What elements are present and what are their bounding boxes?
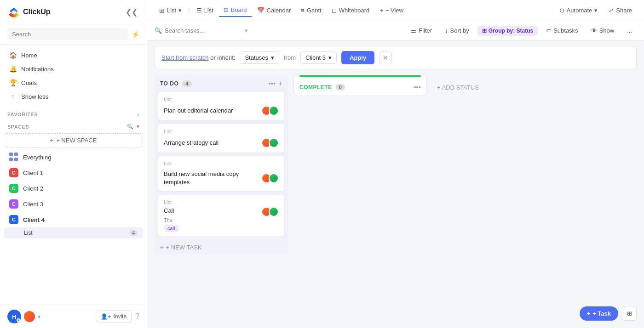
new-task-button[interactable]: + + NEW TASK — [155, 240, 288, 254]
space-item-everything[interactable]: Everything — [4, 149, 143, 165]
apply-button[interactable]: Apply — [341, 51, 374, 64]
collapse-sidebar-button[interactable]: ❮❮ — [124, 6, 139, 18]
column-complete-title: COMPLETE 0 — [299, 84, 345, 90]
todo-more-button[interactable]: ••• — [268, 79, 276, 87]
statuses-select[interactable]: Statuses ▾ — [240, 51, 279, 64]
subtasks-icon: ⊂ — [546, 27, 551, 34]
space-item-client1[interactable]: C Client 1 — [4, 165, 143, 181]
space-item-client3[interactable]: C Client 3 — [4, 196, 143, 212]
nav-view[interactable]: + + View — [375, 4, 408, 17]
list-badge: 4 — [129, 230, 138, 236]
more-options-button[interactable]: ... — [622, 25, 637, 36]
group-by-button[interactable]: ⊞ Group by: Status — [477, 26, 538, 36]
column-todo: TO DO 4 ••• + List Plan out editorial ca… — [155, 75, 288, 254]
task-card-strategy-call[interactable]: List Arrange strategy call — [158, 124, 284, 153]
task-date-4: Thu — [164, 217, 179, 223]
space-label-client4: Client 4 — [23, 216, 45, 223]
nav-separator: | — [187, 7, 190, 14]
chevron-down-icon[interactable]: ▾ — [137, 124, 140, 130]
task-title-3: Build new social media copy templates — [164, 170, 261, 187]
sidebar-item-goals[interactable]: 🏆 Goals — [4, 76, 143, 90]
nav-whiteboard-label: Whiteboard — [339, 7, 369, 14]
subtasks-label: Subtasks — [553, 27, 578, 34]
close-inherit-bar-button[interactable]: ✕ — [379, 51, 392, 64]
user-section: H ▾ — [7, 310, 41, 323]
task-card-plan-editorial[interactable]: List Plan out editorial calendar — [158, 92, 284, 120]
filter-label: Filter — [419, 27, 432, 34]
sidebar-item-label-home: Home — [21, 52, 37, 59]
home-icon: 🏠 — [9, 51, 17, 59]
show-button[interactable]: 👁 Show — [586, 25, 619, 36]
sidebar-footer: H ▾ 👤+ Invite ? — [0, 305, 147, 328]
space-label-everything: Everything — [23, 154, 51, 161]
add-task-label: + Task — [592, 310, 611, 317]
grid-view-button[interactable]: ⊞ — [622, 306, 637, 321]
statuses-chevron: ▾ — [271, 54, 274, 61]
share-label: Share — [616, 7, 632, 14]
sort-button[interactable]: ↕ Sort by — [440, 25, 474, 36]
trophy-icon: 🏆 — [9, 79, 17, 86]
help-button[interactable]: ? — [135, 312, 139, 321]
search-icon: 🔍 — [155, 27, 162, 34]
search-chevron-icon[interactable]: ▾ — [245, 27, 248, 34]
sidebar-item-label-goals: Goals — [21, 79, 37, 86]
start-from-scratch-link[interactable]: Start from scratch — [161, 54, 209, 61]
nav-list-chevron: ▾ — [178, 7, 182, 14]
task-card-social-media[interactable]: List Build new social media copy templat… — [158, 156, 284, 191]
share-button[interactable]: ⤢ Share — [604, 5, 637, 16]
nav-calendar[interactable]: 📅 Calendar — [253, 4, 296, 17]
search-tasks-input[interactable] — [165, 27, 242, 34]
space-item-client4[interactable]: C Client 4 — [4, 212, 143, 227]
inherit-text: Start from scratch or inherit: — [161, 54, 235, 61]
column-complete: COMPLETE 0 ••• — [293, 75, 427, 96]
new-space-button[interactable]: + + NEW SPACE — [4, 133, 143, 147]
client-label: Client 3 — [305, 54, 326, 61]
task-title-2: Arrange strategy call — [164, 139, 218, 147]
avatar-8 — [269, 207, 279, 217]
share-icon: ⤢ — [609, 7, 614, 14]
sidebar-item-home[interactable]: 🏠 Home — [4, 48, 143, 62]
add-task-fab[interactable]: + + Task — [580, 306, 618, 321]
user-chevron-icon[interactable]: ▾ — [38, 313, 41, 320]
nav-list-dropdown[interactable]: ⊞ List ▾ — [155, 4, 186, 17]
add-status-column: + ADD STATUS — [432, 75, 524, 94]
search-spaces-icon[interactable]: 🔍 — [127, 124, 134, 130]
filter-button[interactable]: ⚌ Filter — [406, 25, 437, 36]
group-by-label: Group by: Status — [489, 28, 533, 34]
space-label-client2: Client 2 — [23, 185, 43, 192]
todo-add-button[interactable]: + — [278, 79, 282, 87]
subtasks-button[interactable]: ⊂ Subtasks — [541, 25, 582, 36]
client-select[interactable]: Client 3 ▾ — [300, 51, 337, 64]
complete-more-button[interactable]: ••• — [414, 83, 421, 91]
list-sub-item[interactable]: List 4 — [4, 227, 143, 238]
nav-board[interactable]: ⊟ Board — [219, 4, 252, 17]
calendar-icon: 📅 — [257, 7, 264, 14]
task-4-avatars — [261, 207, 279, 217]
invite-button[interactable]: 👤+ Invite — [96, 311, 132, 322]
lightning-button[interactable]: ⚡ — [132, 31, 139, 38]
task-card-call[interactable]: List Call Thu call — [158, 195, 284, 236]
new-task-label: + NEW TASK — [166, 244, 202, 251]
sidebar-item-show-less[interactable]: ↑ Show less — [4, 90, 143, 103]
nav-gantt[interactable]: ≡ Gantt — [296, 4, 326, 17]
from-text: from — [284, 54, 296, 61]
space-item-client2[interactable]: C Client 2 — [4, 181, 143, 196]
main-content: ⊞ List ▾ | ☰ List ⊟ Board 📅 Calendar ≡ G… — [147, 0, 644, 328]
list-grid-icon: ⊞ — [159, 7, 165, 14]
task-title-4: Call — [164, 207, 174, 214]
nav-list2[interactable]: ☰ List — [192, 4, 218, 17]
sidebar-item-notifications[interactable]: 🔔 Notifications — [4, 62, 143, 76]
space-label-client3: Client 3 — [23, 201, 43, 208]
search-tasks-area[interactable]: 🔍 ▾ — [155, 27, 402, 34]
automate-icon: ⊙ — [559, 7, 564, 14]
nav-whiteboard[interactable]: ◻ Whiteboard — [327, 4, 374, 17]
board-icon: ⊟ — [224, 6, 229, 13]
automate-button[interactable]: ⊙ Automate ▾ — [555, 5, 603, 16]
complete-title-text: COMPLETE — [299, 84, 332, 90]
add-status-button[interactable]: + ADD STATUS — [432, 81, 483, 94]
search-input[interactable] — [7, 28, 128, 40]
task-type-3: List — [164, 161, 279, 166]
secondary-avatar — [24, 311, 35, 322]
todo-column-actions: ••• + — [268, 79, 282, 87]
chevron-right-icon[interactable]: › — [138, 112, 139, 117]
